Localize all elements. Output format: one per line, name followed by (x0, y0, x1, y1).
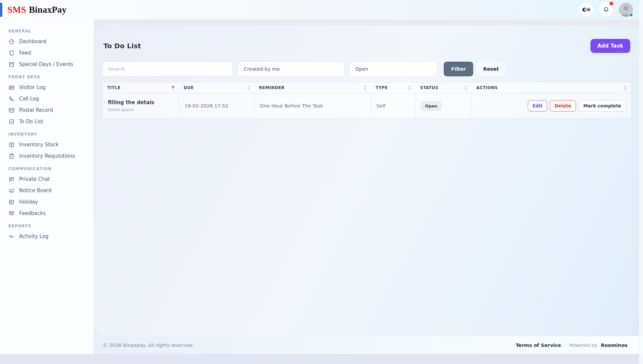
terms-of-service-link[interactable]: Terms of Service (516, 343, 561, 348)
sidebar-item-holiday[interactable]: Holiday (0, 196, 94, 208)
user-avatar[interactable] (619, 3, 633, 17)
sidebar-item-postal-record[interactable]: Postal Record (0, 104, 94, 116)
table-row: filling the detais lorem ipsum 19-02-202… (102, 93, 632, 119)
task-title: filling the detais (108, 99, 173, 105)
envelope-icon (8, 107, 15, 114)
activity-icon (8, 233, 15, 240)
visitor-badge-icon (8, 84, 15, 91)
sort-icon[interactable] (408, 86, 411, 90)
mark-complete-button[interactable]: Mark complete (579, 100, 626, 112)
created-by-select[interactable]: Created by me (238, 62, 344, 76)
sort-icon[interactable] (624, 86, 627, 90)
status-select-value: Open (355, 66, 368, 72)
add-task-button[interactable]: Add Task (590, 39, 630, 53)
cell-title: filling the detais lorem ipsum (102, 93, 179, 119)
megaphone-icon (8, 188, 15, 194)
column-label: TITLE (107, 85, 121, 90)
logo-accent-bar (0, 3, 2, 17)
todo-card: To Do List Add Task Created by me Open F… (95, 25, 639, 336)
column-header-title[interactable]: TITLE (102, 82, 179, 93)
sidebar-item-visitor-log[interactable]: Visitor Log (0, 82, 94, 93)
scrollbar-track[interactable] (639, 0, 643, 364)
page-bottom-strip (0, 354, 643, 364)
column-label: TYPE (376, 85, 388, 90)
todo-table: TITLE DUE REMINDER (102, 82, 632, 119)
reset-button[interactable]: Reset (477, 62, 505, 76)
sort-icon[interactable] (172, 86, 174, 90)
edit-button[interactable]: Edit (528, 100, 547, 112)
section-label-general: GENERAL (8, 29, 85, 33)
sidebar-item-feedbacks[interactable]: Feedbacks (0, 208, 94, 219)
section-label-communication: COMMUNICATION (8, 166, 85, 171)
clipboard-icon (8, 153, 15, 159)
sidebar-item-inventory-stock[interactable]: Inventory Stock (0, 139, 94, 150)
app-logo[interactable]: SMS BinaxPay (7, 5, 67, 15)
logo-sms: SMS (7, 5, 26, 15)
top-bar: SMS BinaxPay (0, 0, 643, 19)
sidebar-item-label: Postal Record (19, 107, 53, 113)
cell-actions: Edit Delete Mark complete (472, 93, 632, 119)
search-input[interactable] (102, 62, 233, 76)
column-header-reminder[interactable]: REMINDER (255, 82, 371, 93)
logo-brand: BinaxPay (29, 5, 67, 15)
calendar-icon (8, 61, 15, 68)
topbar-actions (579, 3, 643, 17)
sidebar-item-label: Inventory Stock (19, 142, 59, 148)
sidebar-item-label: Holiday (19, 199, 38, 205)
column-header-status[interactable]: STATUS (416, 82, 472, 93)
feed-icon (8, 50, 15, 56)
table-header-row: TITLE DUE REMINDER (102, 82, 632, 93)
sidebar-item-label: Feedbacks (19, 210, 46, 216)
sidebar-item-to-do-list[interactable]: To Do List (0, 116, 94, 127)
sidebar-item-activity-log[interactable]: Activity Log (0, 231, 94, 242)
sidebar-item-feed[interactable]: Feed (0, 47, 94, 59)
sidebar: GENERAL Dashboard Feed Special Days / Ev… (0, 19, 94, 354)
sidebar-item-label: Visitor Log (19, 84, 46, 90)
status-select[interactable]: Open (349, 62, 437, 76)
theme-toggle-icon (582, 7, 591, 13)
column-header-due[interactable]: DUE (179, 82, 255, 93)
sidebar-item-label: Dashboard (19, 39, 46, 45)
cell-status: Open (416, 93, 472, 119)
calendar-date-icon (8, 199, 15, 205)
sidebar-item-label: Notice Board (19, 188, 52, 194)
sort-icon[interactable] (247, 86, 250, 90)
powered-by-text: Powered by (569, 343, 597, 348)
copyright-text: © 2026 Binaxpay. All rights reserved. (103, 343, 194, 348)
sidebar-item-dashboard[interactable]: Dashboard (0, 36, 94, 47)
footer-separator: · (564, 343, 566, 348)
section-label-inventory: INVENTORY (8, 132, 85, 137)
sort-icon[interactable] (364, 86, 366, 90)
delete-button[interactable]: Delete (550, 100, 576, 112)
column-label: DUE (184, 85, 194, 90)
notification-dot (610, 2, 613, 5)
cell-due: 19-02-2026 17:52 (179, 93, 255, 119)
phone-icon (8, 96, 15, 102)
notifications-button[interactable] (599, 3, 613, 17)
footer: © 2026 Binaxpay. All rights reserved. Te… (94, 336, 643, 354)
sidebar-item-label: Private Chat (19, 176, 50, 182)
theme-toggle-button[interactable] (579, 3, 593, 17)
column-label: REMINDER (259, 85, 285, 90)
online-status-dot (629, 13, 633, 17)
sidebar-item-inventory-requisitions[interactable]: Inventory Requisitions (0, 150, 94, 162)
filter-bar: Created by me Open Filter Reset (102, 62, 632, 76)
filter-button[interactable]: Filter (444, 62, 473, 76)
checkbox-icon (8, 119, 15, 125)
sidebar-item-call-log[interactable]: Call Log (0, 93, 94, 104)
sidebar-item-private-chat[interactable]: Private Chat (0, 173, 94, 185)
sidebar-item-label: Inventory Requisitions (19, 153, 75, 159)
sidebar-item-notice-board[interactable]: Notice Board (0, 185, 94, 196)
column-header-type[interactable]: TYPE (371, 82, 416, 93)
sidebar-item-special-days[interactable]: Special Days / Events (0, 59, 94, 70)
column-header-actions[interactable]: ACTIONS (472, 82, 632, 93)
task-subtitle: lorem ipsum (108, 107, 173, 112)
vendor-link[interactable]: Roominos (601, 343, 628, 348)
section-label-front-desk: FRONT DESK (8, 75, 85, 79)
main-area: To Do List Add Task Created by me Open F… (94, 19, 643, 354)
sidebar-item-label: Call Log (19, 96, 39, 102)
sort-icon[interactable] (465, 86, 467, 90)
status-badge: Open (421, 101, 441, 111)
cell-reminder: One Hour Before The Task (255, 93, 371, 119)
cell-type: Self (371, 93, 416, 119)
